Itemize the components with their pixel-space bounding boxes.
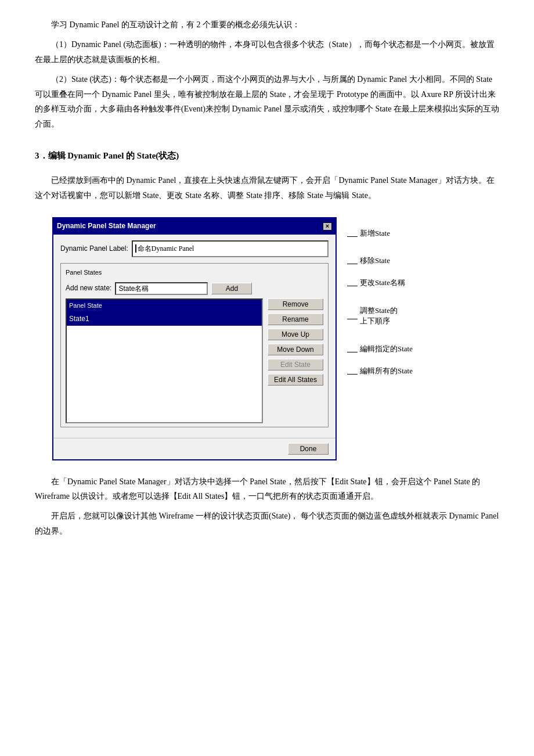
state-list-item: [67, 394, 262, 408]
rename-button[interactable]: Rename: [268, 314, 323, 325]
annot-adjust-order-text: 調整State的 上下順序: [360, 305, 398, 326]
annotation-column: 新增State 移除State 更改State名稱 調整State的 上下順序 …: [347, 217, 413, 382]
annot-add-state: 新增State: [347, 217, 413, 250]
panel-states-group: Panel States Add new state: Add Panel St…: [60, 263, 329, 427]
dialog-box: Dynamic Panel State Manager × Dynamic Pa…: [52, 217, 337, 460]
panel-states-legend: Panel States: [66, 267, 323, 279]
add-state-input[interactable]: [115, 282, 208, 295]
annot-rename-state: 更改State名稱: [347, 272, 413, 294]
intro-para2: （1）Dynamic Panel (动态面板)：一种透明的物件，本身可以包含很多…: [35, 37, 499, 67]
annot-line: [347, 264, 358, 264]
remove-button[interactable]: Remove: [268, 298, 323, 310]
state-list-header: Panel State: [67, 300, 262, 312]
label-row: Dynamic Panel Label: 命名Dynamic Panel: [60, 240, 329, 258]
annot-line: [347, 374, 358, 375]
label-field-label: Dynamic Panel Label:: [60, 243, 128, 255]
list-and-buttons: Panel State State1 Remove Rename: [66, 298, 323, 423]
state-list-item: [67, 408, 262, 422]
annot-edit-all: 編輯所有的State: [347, 360, 413, 382]
done-button[interactable]: Done: [288, 443, 329, 455]
annot-edit-specific: 編輯指定的State: [347, 338, 413, 360]
annot-remove-state: 移除State: [347, 250, 413, 272]
add-button[interactable]: Add: [211, 283, 252, 294]
move-up-button[interactable]: Move Up: [268, 329, 323, 340]
annot-edit-specific-text: 編輯指定的State: [360, 344, 413, 354]
annot-add-state-text: 新增State: [360, 228, 390, 239]
add-state-label: Add new state:: [66, 282, 111, 295]
intro-para3: （2）State (状态)：每个状态都是一个小网页，而这个小网页的边界与大小，与…: [35, 72, 499, 132]
edit-state-button[interactable]: Edit State: [268, 359, 323, 370]
annot-rename-state-text: 更改State名稱: [360, 278, 405, 288]
edit-all-states-button[interactable]: Edit All States: [268, 374, 323, 386]
section-title: 3．编辑 Dynamic Panel 的 State(状态): [35, 148, 499, 164]
move-down-button[interactable]: Move Down: [268, 344, 323, 355]
state-list-item: [67, 326, 262, 340]
button-column: Remove Rename Move Up Move Down Edit Sta…: [268, 298, 323, 423]
dialog-titlebar: Dynamic Panel State Manager ×: [53, 218, 335, 235]
state-list-item: [67, 354, 262, 368]
dialog-footer: Done: [53, 438, 335, 459]
intro-para1: 学习 Dynamic Panel 的互动设计之前，有 2 个重要的概念必须先认识…: [35, 17, 499, 33]
dialog-area: Dynamic Panel State Manager × Dynamic Pa…: [52, 217, 499, 460]
state-list-item: [67, 367, 262, 381]
dialog-close-button[interactable]: ×: [323, 222, 332, 231]
annot-line: [347, 236, 358, 237]
annot-line: [347, 352, 358, 352]
body-para1: 已经摆放到画布中的 Dynamic Panel，直接在上头快速点滑鼠左键两下，会…: [35, 173, 499, 203]
annot-line: [347, 319, 358, 319]
body-para3: 开启后，您就可以像设计其他 Wireframe 一样的设计状态页面(State)…: [35, 509, 499, 539]
annot-line: [347, 286, 358, 286]
dialog-title: Dynamic Panel State Manager: [57, 220, 156, 233]
add-state-row: Add new state: Add: [66, 282, 323, 295]
state-list[interactable]: Panel State State1: [66, 298, 263, 423]
annot-remove-state-text: 移除State: [360, 255, 390, 266]
annot-edit-all-text: 編輯所有的State: [360, 366, 413, 376]
state-list-item: [67, 340, 262, 354]
state-list-item[interactable]: State1: [67, 312, 262, 326]
annot-adjust-order: 調整State的 上下順序: [347, 294, 413, 338]
body-para2: 在「Dynamic Panel State Manager」对话方块中选择一个 …: [35, 474, 499, 505]
state-list-item: [67, 381, 262, 395]
dialog-body: Dynamic Panel Label: 命名Dynamic Panel Pan…: [53, 235, 335, 438]
cursor-bar: [135, 244, 136, 253]
label-input-value: 命名Dynamic Panel: [138, 243, 194, 255]
label-input-field[interactable]: 命名Dynamic Panel: [132, 240, 329, 258]
